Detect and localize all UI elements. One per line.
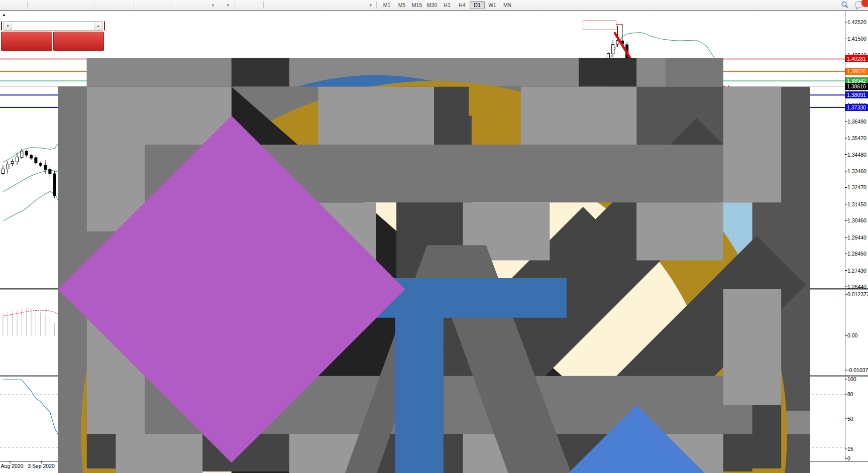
shapes-icon xyxy=(361,2,368,9)
search-button[interactable] xyxy=(841,1,849,9)
arrows-tool-button[interactable]: ▾ xyxy=(359,1,374,10)
main-toolbar: ▾ ▾ E F A T ▾ M1M5M15M30H1H4D1W1MN xyxy=(0,0,868,11)
notification-badge xyxy=(861,0,868,7)
notifications-button[interactable] xyxy=(854,1,866,10)
